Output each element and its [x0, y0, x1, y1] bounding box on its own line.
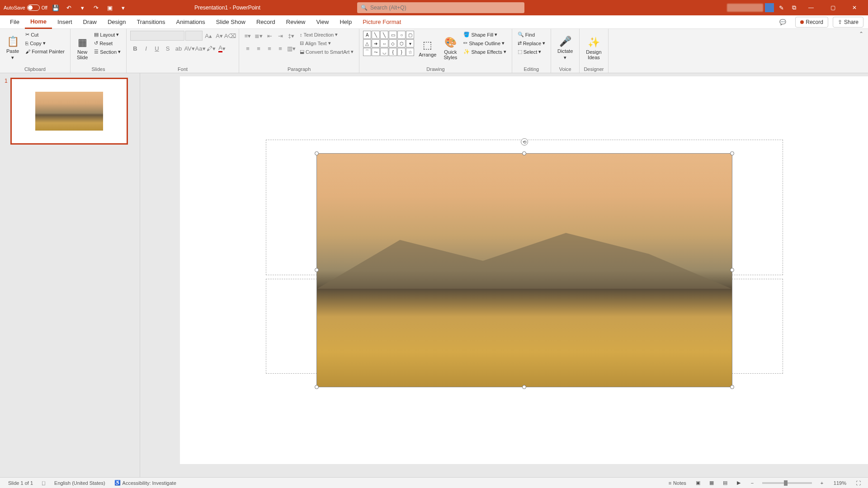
- undo-more-icon[interactable]: ▾: [77, 2, 88, 13]
- shape-star-icon[interactable]: ☆: [406, 48, 414, 56]
- shape-brace-l-icon[interactable]: {: [389, 48, 397, 56]
- bold-icon[interactable]: B: [130, 43, 140, 53]
- align-text-button[interactable]: ⊟Align Text▾: [298, 39, 355, 47]
- italic-icon[interactable]: I: [141, 43, 151, 53]
- language-button[interactable]: English (United States): [50, 480, 110, 486]
- slide-sorter-icon[interactable]: ▦: [705, 479, 718, 488]
- save-icon[interactable]: 💾: [50, 2, 61, 13]
- fit-to-window-icon[interactable]: ⛶: [852, 479, 864, 488]
- pen-icon[interactable]: ✎: [776, 2, 787, 13]
- collapse-ribbon-icon[interactable]: ⌃: [854, 29, 868, 39]
- user-name-chip[interactable]: [727, 4, 763, 12]
- record-button[interactable]: Record: [795, 17, 828, 28]
- increase-indent-icon[interactable]: ⇥: [275, 31, 285, 41]
- decrease-font-icon[interactable]: A▾: [214, 31, 224, 41]
- copy-button[interactable]: ⎘Copy▾: [24, 39, 66, 47]
- underline-icon[interactable]: U: [152, 43, 162, 53]
- slide[interactable]: ⟲: [180, 76, 868, 464]
- select-button[interactable]: ⬚Select▾: [516, 48, 547, 56]
- font-size-combo[interactable]: [185, 31, 203, 41]
- slide-counter[interactable]: Slide 1 of 1: [4, 480, 38, 486]
- tab-file[interactable]: File: [5, 16, 25, 28]
- justify-icon[interactable]: ≡: [275, 43, 285, 53]
- minimize-button[interactable]: —: [801, 0, 821, 15]
- resize-handle-bl[interactable]: [315, 385, 319, 389]
- increase-font-icon[interactable]: A▴: [203, 31, 213, 41]
- reset-button[interactable]: ↺Reset: [92, 39, 123, 47]
- shape-outline-button[interactable]: ✏Shape Outline▾: [462, 39, 508, 47]
- highlight-icon[interactable]: 🖍▾: [206, 43, 216, 53]
- tab-insert[interactable]: Insert: [52, 16, 78, 28]
- line-spacing-icon[interactable]: ‡▾: [286, 31, 296, 41]
- shape-rect-icon[interactable]: ▭: [389, 31, 397, 39]
- share-button[interactable]: ⇪Share: [833, 17, 863, 28]
- slide-thumbnail[interactable]: 1: [5, 78, 135, 145]
- align-left-icon[interactable]: ≡: [243, 43, 253, 53]
- shape-effects-button[interactable]: ✨Shape Effects▾: [462, 48, 508, 56]
- new-slide-button[interactable]: ▦ New Slide: [74, 31, 90, 66]
- tab-view[interactable]: View: [311, 16, 334, 28]
- normal-view-icon[interactable]: ▣: [692, 479, 704, 488]
- design-ideas-button[interactable]: ✨Design Ideas: [583, 31, 604, 66]
- slideshow-view-icon[interactable]: ▶: [732, 479, 745, 488]
- tab-animations[interactable]: Animations: [171, 16, 211, 28]
- reading-view-icon[interactable]: ▤: [719, 479, 731, 488]
- align-right-icon[interactable]: ≡: [264, 43, 274, 53]
- text-shadow-icon[interactable]: ab: [174, 43, 184, 53]
- arrange-button[interactable]: ⬚Arrange: [416, 31, 439, 66]
- undo-icon[interactable]: ↶: [64, 2, 75, 13]
- cut-button[interactable]: ✂Cut: [24, 31, 66, 38]
- zoom-slider-thumb[interactable]: [784, 480, 788, 486]
- autosave-toggle[interactable]: AutoSave Off: [4, 5, 47, 11]
- convert-smartart-button[interactable]: ⬓Convert to SmartArt▾: [298, 48, 355, 56]
- zoom-out-icon[interactable]: −: [746, 479, 759, 488]
- accessibility-button[interactable]: ♿Accessibility: Investigate: [110, 480, 181, 486]
- resize-handle-tm[interactable]: [522, 151, 526, 155]
- shape-curve-icon[interactable]: ⌒: [363, 48, 371, 56]
- shape-more-icon[interactable]: ▾: [406, 39, 414, 47]
- shape-hexagon-icon[interactable]: ⬡: [397, 39, 406, 47]
- shape-textbox-icon[interactable]: A: [363, 31, 371, 39]
- tab-review[interactable]: Review: [281, 16, 311, 28]
- shape-oval-icon[interactable]: ○: [397, 31, 406, 39]
- resize-handle-tr[interactable]: [730, 151, 734, 155]
- user-avatar[interactable]: [765, 3, 774, 12]
- redo-icon[interactable]: ↷: [91, 2, 102, 13]
- resize-handle-bm[interactable]: [522, 385, 526, 389]
- quick-styles-button[interactable]: 🎨Quick Styles: [441, 31, 460, 66]
- clear-formatting-icon[interactable]: A⌫: [225, 31, 235, 41]
- tab-record[interactable]: Record: [251, 16, 281, 28]
- shape-line-icon[interactable]: ╲: [372, 31, 380, 39]
- resize-handle-br[interactable]: [730, 385, 734, 389]
- zoom-in-icon[interactable]: +: [816, 479, 828, 488]
- shape-line2-icon[interactable]: ╲: [380, 31, 388, 39]
- tab-home[interactable]: Home: [25, 15, 52, 29]
- tab-draw[interactable]: Draw: [78, 16, 102, 28]
- text-direction-button[interactable]: ↕Text Direction▾: [298, 31, 355, 38]
- decrease-indent-icon[interactable]: ⇤: [264, 31, 274, 41]
- shape-arc-icon[interactable]: ◡: [380, 48, 388, 56]
- zoom-slider[interactable]: [762, 482, 812, 484]
- search-box[interactable]: 🔍: [357, 2, 524, 13]
- shapes-gallery[interactable]: A ╲ ╲ ▭ ○ ▢ △ ➔ ↔ ◇ ⬡ ▾ ⌒ ⤳ ◡ { } ☆: [363, 31, 414, 66]
- thumbnail-preview[interactable]: [10, 78, 128, 145]
- shape-roundrect-icon[interactable]: ▢: [406, 31, 414, 39]
- slide-thumbnail-pane[interactable]: 1: [0, 73, 140, 477]
- spell-check-icon[interactable]: ⎕: [38, 480, 50, 486]
- zoom-level[interactable]: 119%: [829, 480, 851, 486]
- qat-customize-icon[interactable]: ▾: [118, 2, 129, 13]
- tab-design[interactable]: Design: [102, 16, 131, 28]
- paste-button[interactable]: 📋 Paste ▾: [4, 31, 22, 66]
- shape-triangle-icon[interactable]: △: [363, 39, 371, 47]
- tab-help[interactable]: Help: [334, 16, 357, 28]
- maximize-button[interactable]: ▢: [823, 0, 843, 15]
- resize-handle-mr[interactable]: [730, 268, 734, 272]
- selected-picture[interactable]: ⟲: [316, 153, 732, 387]
- tab-slideshow[interactable]: Slide Show: [211, 16, 251, 28]
- columns-icon[interactable]: ▥▾: [286, 43, 296, 53]
- shape-brace-r-icon[interactable]: }: [397, 48, 406, 56]
- shape-arrow-lr-icon[interactable]: ↔: [380, 39, 388, 47]
- shape-diamond-icon[interactable]: ◇: [389, 39, 397, 47]
- replace-button[interactable]: ⇄Replace▾: [516, 39, 547, 47]
- search-input[interactable]: [370, 5, 521, 11]
